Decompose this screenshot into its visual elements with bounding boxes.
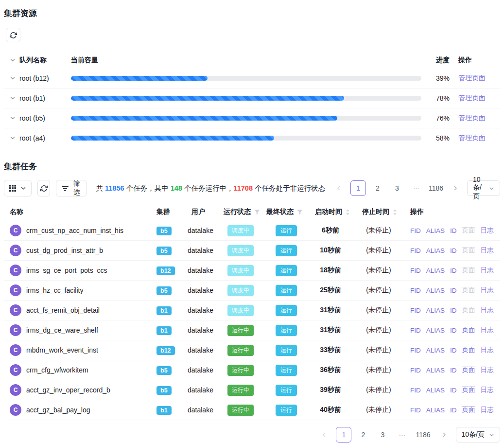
queue-expand-icon[interactable] [10,115,16,121]
queue-expand-icon[interactable] [10,75,16,81]
task-action-log[interactable]: 日志 [481,346,494,354]
queue-manage-link[interactable]: 管理页面 [458,134,486,142]
tasks-refresh-button[interactable] [37,180,50,196]
task-stop-time: (未停止) [355,346,402,354]
task-action-fid[interactable]: FID [410,387,421,394]
resources-refresh-button[interactable] [6,28,20,42]
page-size-select[interactable]: 10条/页 [456,427,500,443]
filter-funnel-icon[interactable] [254,210,260,215]
task-action-id[interactable]: ID [450,327,457,334]
task-action-fid[interactable]: FID [410,347,421,354]
page-size-select[interactable]: 10条/页 [467,180,500,196]
task-action-alias[interactable]: ALIAS [426,367,445,374]
task-action-page[interactable]: 页面 [462,406,475,414]
task-action-log[interactable]: 日志 [481,246,494,255]
sort-icon[interactable] [393,209,397,215]
collapse-all-icon[interactable] [10,57,16,63]
task-action-log[interactable]: 日志 [481,326,494,335]
task-action-fid[interactable]: FID [410,267,421,274]
task-action-fid[interactable]: FID [410,287,421,294]
queue-name: root (b5) [19,114,45,122]
run-status-tag: 运行中 [227,325,254,336]
task-action-alias[interactable]: ALIAS [426,227,445,234]
page-size-value: 10条/页 [473,176,485,201]
pagination-page-2[interactable]: 2 [370,180,385,196]
task-action-id[interactable]: ID [450,247,457,254]
queue-table: 队列名称 当前容量 进度 操作 root (b12) 39% 管理页面 root… [4,52,500,148]
task-action-page[interactable]: 页面 [462,346,475,354]
task-action-alias[interactable]: ALIAS [426,327,445,334]
task-avatar: C [10,324,21,336]
task-action-log[interactable]: 日志 [481,226,494,235]
task-action-alias[interactable]: ALIAS [426,307,445,314]
task-action-id[interactable]: ID [450,227,457,234]
queue-expand-icon[interactable] [10,135,16,141]
queue-expand-icon[interactable] [10,95,16,101]
cluster-resources-title: 集群资源 [4,8,500,19]
final-status-tag: 运行 [276,365,297,376]
task-action-alias[interactable]: ALIAS [426,347,445,354]
task-start-time: 10秒前 [306,246,355,255]
pagination-page-1186[interactable]: 1186 [428,180,444,196]
task-action-alias[interactable]: ALIAS [426,247,445,254]
task-action-fid[interactable]: FID [410,247,421,254]
pagination-page-1186[interactable]: 1186 [414,427,432,443]
queue-capacity-bar [71,76,426,81]
task-stop-time: (未停止) [355,366,402,374]
task-action-alias[interactable]: ALIAS [426,387,445,394]
task-action-log[interactable]: 日志 [481,306,494,315]
task-action-id[interactable]: ID [450,347,457,354]
task-start-time: 36秒前 [306,366,355,374]
task-action-id[interactable]: ID [450,407,457,414]
task-name: mbdm_work_event_inst [26,346,98,354]
pagination-page-3[interactable]: 3 [375,427,390,443]
task-action-id[interactable]: ID [450,307,457,314]
task-action-id[interactable]: ID [450,287,457,294]
task-action-page[interactable]: 页面 [462,326,475,335]
task-action-fid[interactable]: FID [410,327,421,334]
task-action-log[interactable]: 日志 [481,366,494,374]
pagination-ellipsis[interactable]: ··· [409,180,424,196]
task-action-log[interactable]: 日志 [481,286,494,295]
task-action-page[interactable]: 页面 [462,366,475,374]
task-action-fid[interactable]: FID [410,407,421,414]
task-action-fid[interactable]: FID [410,367,421,374]
queue-manage-link[interactable]: 管理页面 [458,114,486,122]
task-action-id[interactable]: ID [450,387,457,394]
task-summary: 共 11856 个任务，其中 148 个任务运行中，11708 个任务处于非运行… [96,184,325,193]
task-action-id[interactable]: ID [450,367,457,374]
pagination-page-1[interactable]: 1 [336,427,351,443]
task-user: datalake [188,286,224,294]
task-action-page[interactable]: 页面 [462,386,475,394]
grid-icon [9,185,16,192]
queue-manage-link[interactable]: 管理页面 [458,74,486,82]
task-action-alias[interactable]: ALIAS [426,287,445,294]
run-status-tag: 调度中 [227,225,254,236]
filter-button[interactable]: 筛选 [56,180,86,196]
final-status-tag: 运行 [276,325,297,336]
pagination-page-2[interactable]: 2 [355,427,371,443]
cluster-badge: b5 [156,227,172,235]
task-action-fid[interactable]: FID [410,307,421,314]
pagination-ellipsis[interactable]: ··· [394,427,410,443]
task-action-alias[interactable]: ALIAS [426,267,445,274]
pagination-next-button[interactable] [436,427,452,443]
queue-manage-link[interactable]: 管理页面 [458,94,486,102]
cluster-badge: b5 [156,247,172,255]
filter-funnel-icon[interactable] [297,210,303,215]
pagination-page-3[interactable]: 3 [389,180,405,196]
column-settings-button[interactable] [4,180,32,196]
pagination-next-button[interactable] [448,180,463,196]
sort-icon[interactable] [346,209,350,215]
queue-row: root (b12) 39% 管理页面 [4,69,500,89]
task-action-fid[interactable]: FID [410,227,421,234]
task-name: irms_sg_ce_port_pots_ccs [26,266,107,274]
task-action-log[interactable]: 日志 [481,266,494,275]
pagination-page-1[interactable]: 1 [350,180,366,196]
task-action-alias[interactable]: ALIAS [426,407,445,414]
task-action-log[interactable]: 日志 [481,406,494,414]
task-row: C acct_gz_inv_oper_record_b b5 datalake … [4,380,500,400]
final-status-tag: 运行 [276,345,297,356]
task-action-id[interactable]: ID [450,267,457,274]
task-action-log[interactable]: 日志 [481,386,494,394]
